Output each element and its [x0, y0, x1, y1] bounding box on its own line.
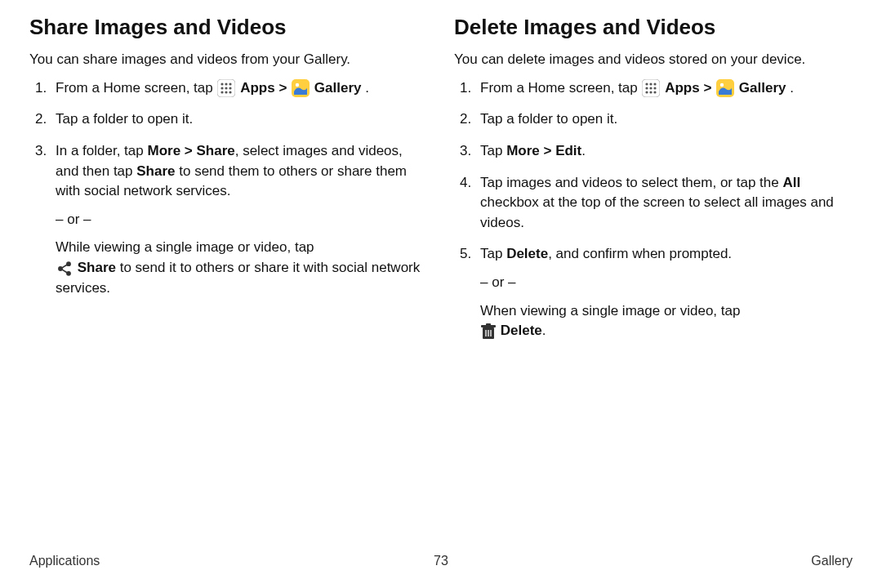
svg-point-20: [654, 83, 657, 86]
delete-step-3: Tap More > Edit.: [475, 141, 853, 162]
share-step-3-alt: While viewing a single image or video, t…: [56, 238, 428, 298]
svg-point-23: [654, 87, 657, 90]
svg-point-11: [296, 83, 299, 87]
svg-point-25: [650, 91, 653, 94]
more-share-label: More > Share: [147, 143, 234, 158]
svg-line-16: [62, 269, 68, 272]
text: .: [790, 80, 794, 96]
apps-label: Apps: [240, 80, 275, 96]
svg-point-21: [646, 87, 648, 90]
chevron: >: [278, 80, 291, 96]
apps-icon: [217, 79, 235, 97]
delete-icon-label: Delete: [501, 323, 542, 338]
apps-label: Apps: [665, 80, 700, 96]
svg-point-2: [225, 83, 228, 86]
svg-point-5: [225, 87, 228, 90]
text: .: [581, 143, 586, 158]
share-intro: You can share images and videos from you…: [29, 50, 428, 70]
text: In a folder, tap: [56, 143, 147, 158]
delete-step-4: Tap images and videos to select them, or…: [475, 173, 853, 234]
text: From a Home screen, tap: [56, 80, 216, 96]
svg-point-9: [229, 91, 232, 94]
svg-point-6: [229, 87, 232, 90]
svg-point-26: [654, 91, 657, 94]
share-step-1: From a Home screen, tap Apps > Gallery .: [51, 78, 428, 99]
svg-line-15: [62, 265, 68, 268]
svg-point-7: [221, 91, 224, 94]
text: While viewing a single image or video, t…: [56, 239, 314, 255]
svg-point-22: [650, 87, 653, 90]
page-footer: Applications 73 Gallery: [29, 554, 853, 568]
footer-left: Applications: [29, 554, 100, 568]
text: , and confirm when prompted.: [548, 246, 732, 261]
text: From a Home screen, tap: [480, 80, 641, 96]
delete-label: Delete: [506, 246, 548, 261]
or-divider: – or –: [56, 210, 428, 230]
svg-point-24: [646, 91, 648, 94]
share-heading: Share Images and Videos: [29, 15, 428, 40]
svg-point-4: [221, 87, 224, 90]
gallery-label: Gallery: [314, 80, 362, 96]
chevron: >: [703, 80, 715, 96]
text: .: [365, 80, 369, 96]
text: When viewing a single image or video, ta…: [480, 303, 740, 318]
delete-step-5: Tap Delete, and confirm when prompted. –…: [475, 244, 853, 341]
text: Tap: [480, 143, 506, 158]
delete-steps: From a Home screen, tap Apps > Gallery .…: [454, 78, 853, 341]
svg-point-8: [225, 91, 228, 94]
text: checkbox at the top of the screen to sel…: [480, 194, 834, 230]
share-icon: [56, 261, 73, 277]
all-label: All: [782, 175, 800, 190]
text: Tap images and videos to select them, or…: [480, 175, 782, 190]
more-edit-label: More > Edit: [506, 143, 581, 158]
share-step-3: In a folder, tap More > Share, select im…: [51, 141, 428, 298]
share-icon-label: Share: [78, 260, 116, 275]
footer-right: Gallery: [811, 554, 853, 568]
footer-page-number: 73: [434, 554, 448, 568]
text: .: [542, 323, 546, 338]
svg-point-1: [221, 83, 224, 86]
gallery-icon: [292, 79, 310, 97]
svg-point-18: [646, 83, 648, 86]
delete-intro: You can delete images and videos stored …: [454, 50, 853, 70]
delete-step-5-alt: When viewing a single image or video, ta…: [480, 301, 853, 341]
svg-point-28: [720, 83, 724, 87]
svg-point-3: [229, 83, 232, 86]
delete-heading: Delete Images and Videos: [454, 15, 853, 40]
text: Tap: [480, 246, 506, 261]
svg-rect-31: [486, 323, 491, 326]
share-steps: From a Home screen, tap Apps > Gallery .…: [29, 78, 428, 299]
gallery-label: Gallery: [739, 80, 786, 96]
share-step-2: Tap a folder to open it.: [51, 109, 428, 130]
trash-icon: [481, 323, 496, 340]
share-label: Share: [136, 163, 175, 179]
gallery-icon: [716, 79, 734, 97]
delete-section: Delete Images and Videos You can delete …: [454, 15, 853, 353]
share-section: Share Images and Videos You can share im…: [29, 15, 428, 353]
delete-step-1: From a Home screen, tap Apps > Gallery .: [475, 78, 853, 99]
or-divider: – or –: [480, 273, 853, 293]
svg-point-19: [650, 83, 653, 86]
delete-step-2: Tap a folder to open it.: [475, 109, 853, 130]
apps-icon: [642, 79, 660, 97]
